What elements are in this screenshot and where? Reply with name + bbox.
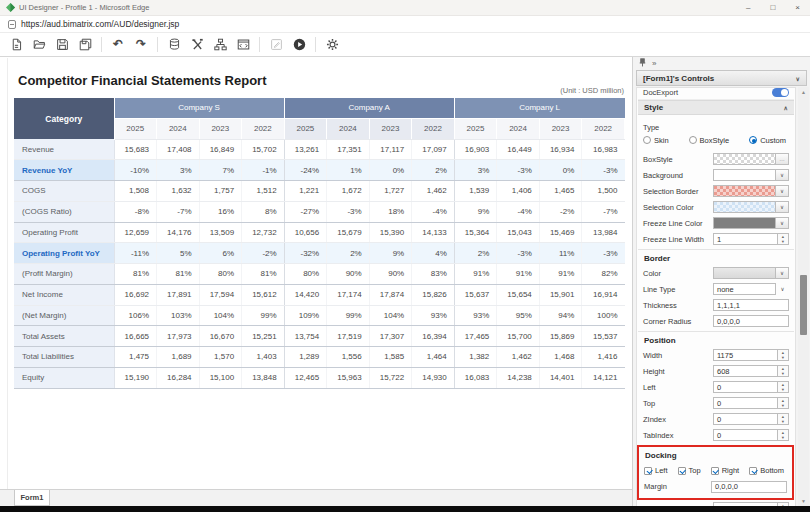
dock-bottom[interactable]: Bottom: [749, 466, 784, 475]
line-type-select[interactable]: none: [713, 283, 776, 295]
scroll-down-icon[interactable]: ▼: [798, 496, 809, 506]
zindex-input[interactable]: 0: [713, 413, 778, 425]
corner-radius-input[interactable]: 0,0,0,0: [713, 315, 789, 327]
panel-header[interactable]: [Form1]'s Controls ∨: [636, 70, 807, 86]
value-cell: 2%: [412, 160, 455, 181]
width-label: Width: [643, 351, 713, 360]
value-cell: 6%: [199, 243, 242, 264]
value-cell: 14,401: [539, 367, 582, 388]
radio-custom-circle[interactable]: [749, 136, 757, 144]
selection-border-dropdown-icon[interactable]: ∨: [776, 185, 789, 197]
hierarchy-icon[interactable]: [213, 38, 227, 52]
freeze-line-color-swatch[interactable]: [713, 217, 776, 229]
selection-color-swatch[interactable]: [713, 201, 776, 213]
selection-border-row: Selection Border ∨: [638, 183, 794, 199]
radio-skin[interactable]: Skin: [643, 136, 669, 145]
value-cell: 18%: [369, 201, 412, 222]
radio-skin-circle[interactable]: [643, 136, 651, 144]
code-view-icon[interactable]: [236, 38, 250, 52]
run-icon[interactable]: [292, 38, 306, 52]
border-color-dropdown-icon[interactable]: ∨: [776, 267, 789, 279]
radio-boxstyle-circle[interactable]: [689, 136, 697, 144]
freeze-line-color-dropdown-icon[interactable]: ∨: [776, 217, 789, 229]
selection-border-swatch[interactable]: [713, 185, 776, 197]
value-cell: 14,930: [412, 367, 455, 388]
edit-icon[interactable]: [269, 38, 283, 52]
boxstyle-swatch[interactable]: [713, 153, 776, 165]
tabindex-input[interactable]: 0: [713, 429, 778, 441]
freeze-line-width-input[interactable]: 1: [713, 233, 778, 245]
top-stepper[interactable]: ▴▾: [778, 397, 789, 409]
value-cell: 4%: [412, 243, 455, 264]
pin-icon[interactable]: [639, 58, 646, 69]
minimize-button[interactable]: –: [746, 3, 750, 12]
maximize-button[interactable]: □: [770, 3, 775, 12]
toolbar-separator: [157, 37, 158, 52]
value-cell: 1,406: [497, 181, 540, 202]
freeze-line-color-label: Freeze Line Color: [643, 219, 713, 228]
dock-right-checkbox[interactable]: [711, 467, 719, 475]
design-canvas[interactable]: Competitor Financial Statements Report (…: [0, 58, 632, 489]
table-row: Revenue15,68317,40816,84915,70213,26117,…: [14, 139, 625, 160]
value-cell: 93%: [454, 305, 497, 326]
freeze-line-width-stepper[interactable]: ▴▾: [778, 233, 789, 245]
new-file-icon[interactable]: [9, 38, 23, 52]
minw-input[interactable]: 0: [713, 502, 778, 506]
tools-icon[interactable]: [190, 38, 204, 52]
scrollbar-thumb[interactable]: [800, 275, 807, 335]
redo-icon[interactable]: ↷: [134, 38, 148, 52]
selection-color-dropdown-icon[interactable]: ∨: [776, 201, 789, 213]
background-dropdown-icon[interactable]: ∨: [776, 169, 789, 181]
tabindex-stepper[interactable]: ▴▾: [778, 429, 789, 441]
height-input[interactable]: 608: [713, 365, 778, 377]
left-input[interactable]: 0: [713, 381, 778, 393]
undo-icon[interactable]: ↶: [111, 38, 125, 52]
value-cell: 15,190: [114, 367, 157, 388]
minw-stepper[interactable]: ▴▾: [778, 502, 789, 506]
width-input[interactable]: 1175: [713, 349, 778, 361]
url-text[interactable]: https://aud.bimatrix.com/AUD/designer.js…: [21, 19, 179, 29]
value-cell: -3%: [582, 160, 625, 181]
dock-bottom-checkbox[interactable]: [749, 467, 757, 475]
dock-top-checkbox[interactable]: [678, 467, 686, 475]
value-cell: 16,903: [454, 139, 497, 160]
type-label-row: Type: [638, 121, 794, 133]
dock-left-checkbox[interactable]: [644, 467, 652, 475]
dock-right[interactable]: Right: [711, 466, 740, 475]
radio-custom-label: Custom: [760, 136, 786, 145]
border-color-swatch[interactable]: [713, 267, 776, 279]
value-cell: 81%: [157, 264, 200, 285]
width-stepper[interactable]: ▴▾: [778, 349, 789, 361]
value-cell: -27%: [284, 201, 327, 222]
address-bar[interactable]: https://aud.bimatrix.com/AUD/designer.js…: [0, 16, 810, 33]
dock-right-label: Right: [722, 466, 740, 475]
zindex-stepper[interactable]: ▴▾: [778, 413, 789, 425]
radio-custom[interactable]: Custom: [749, 136, 786, 145]
database-icon[interactable]: [167, 38, 181, 52]
settings-gear-icon[interactable]: [325, 38, 339, 52]
style-section-header[interactable]: Style ∧: [638, 100, 794, 115]
margin-input[interactable]: 0,0,0,0: [711, 481, 787, 493]
boxstyle-ellipsis-button[interactable]: …: [776, 153, 789, 165]
height-stepper[interactable]: ▴▾: [778, 365, 789, 377]
save-icon[interactable]: [55, 38, 69, 52]
dock-left[interactable]: Left: [644, 466, 668, 475]
value-cell: 11%: [539, 243, 582, 264]
radio-boxstyle[interactable]: BoxStyle: [689, 136, 730, 145]
panel-scrollbar[interactable]: ▲ ▼: [798, 87, 809, 506]
save-all-icon[interactable]: [78, 38, 92, 52]
close-button[interactable]: ×: [795, 3, 800, 12]
thickness-input[interactable]: 1,1,1,1: [713, 299, 789, 311]
line-type-dropdown-icon[interactable]: ∨: [776, 283, 789, 295]
background-swatch[interactable]: [713, 169, 776, 181]
dock-top[interactable]: Top: [678, 466, 701, 475]
tab-form1[interactable]: Form1: [14, 490, 50, 506]
open-folder-icon[interactable]: [32, 38, 46, 52]
top-input[interactable]: 0: [713, 397, 778, 409]
left-stepper[interactable]: ▴▾: [778, 381, 789, 393]
docexport-toggle[interactable]: [772, 88, 789, 97]
table-row: Operating Profit12,65914,17613,50912,732…: [14, 222, 625, 243]
collapse-panel-icon[interactable]: »: [652, 59, 656, 68]
scroll-up-icon[interactable]: ▲: [798, 87, 809, 97]
value-cell: 12,659: [114, 222, 157, 243]
